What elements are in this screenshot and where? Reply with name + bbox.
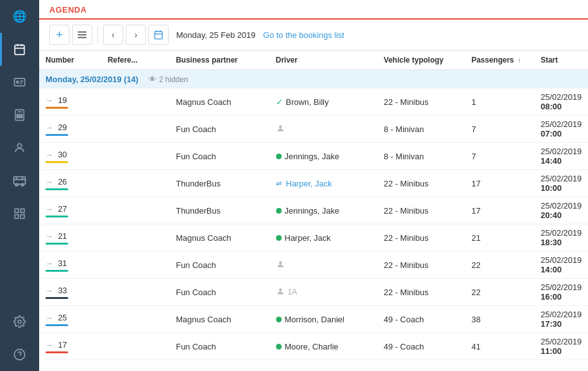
start-date: 25/02/2019 [541,283,582,292]
table-row[interactable]: → 17 Fun Coach Moore, Charlie 49 - Coach… [39,333,588,360]
agenda-tab[interactable]: AGENDA [49,0,87,20]
passengers-cell: 17 [465,170,534,197]
row-arrow-icon: → [45,286,53,295]
hidden-count: 2 hidden [159,75,188,84]
start-time: 08:00 [541,102,561,111]
table-row[interactable]: → 30 Fun Coach Jennings, Jake 8 - Miniva… [39,143,588,170]
prev-button[interactable]: ‹ [103,25,123,45]
vehicle-cell: 8 - Minivan [378,143,465,170]
id-card-icon[interactable] [0,66,39,99]
col-partner: Business partner [169,51,269,70]
svg-point-19 [16,184,18,186]
driver-status-dot [276,344,282,350]
driver-cell [276,124,371,135]
svg-point-38 [279,261,282,264]
start-date: 25/02/2019 [541,255,582,265]
partner-cell: Magnus Coach [169,88,269,116]
svg-rect-24 [21,209,25,213]
svg-rect-13 [17,117,18,118]
menu-button[interactable] [72,25,92,45]
reference-cell [101,143,169,170]
status-bar [45,161,68,163]
start-time: 10:00 [541,183,561,193]
person-icon [276,260,285,271]
partner-cell: Fun Coach [169,252,269,279]
col-passengers[interactable]: Passengers ↑ [465,51,534,70]
reference-cell [101,224,169,252]
svg-rect-31 [78,34,87,35]
table-row[interactable]: → 19 Magnus Coach ✓ Brown, Billy 22 - Mi… [39,88,588,116]
bookings-table: Number Refere... Business partner Driver… [39,51,588,360]
reference-cell [101,252,169,279]
start-date: 25/02/2019 [541,228,582,238]
driver-link[interactable]: Harper, Jack [286,179,332,188]
group-header-row: Monday, 25/02/2019 (14) 👁 2 hidden [39,70,588,89]
number-cell: → 30 [39,143,101,170]
driver-name: Morrison, Daniel [285,315,345,324]
start-cell: 25/02/2019 07:00 [534,116,588,143]
number-cell: → 26 [39,170,101,197]
eye-icon: 👁 [148,75,157,84]
table-row[interactable]: → 27 ThunderBus Jennings, Jake 22 - Mini… [39,197,588,224]
col-start: Start [534,51,588,70]
person-icon [276,287,285,298]
vehicle-cell: 22 - Minibus [378,224,465,252]
svg-rect-26 [21,215,25,219]
partner-cell: Fun Coach [169,279,269,306]
svg-point-39 [279,288,282,291]
driver-col: Harper, Jack [270,224,378,252]
driver-status-dot [276,154,282,159]
partner-cell: Magnus Coach [169,306,269,333]
start-cell: 25/02/2019 11:00 [534,333,588,360]
booking-number: 19 [58,95,67,105]
svg-rect-17 [14,177,25,185]
bookings-list-link[interactable]: Go to the bookings list [263,30,345,40]
svg-rect-23 [15,209,19,213]
status-bar [45,243,68,245]
bus-icon[interactable] [0,164,39,197]
start-cell: 25/02/2019 18:30 [534,224,588,252]
table-row[interactable]: → 26 ThunderBus ⇌ Harper, Jack 22 - Mini… [39,170,588,197]
number-cell: → 33 [39,279,101,306]
start-date: 25/02/2019 [541,174,582,183]
reference-cell [101,170,169,197]
help-icon[interactable] [0,338,39,371]
vehicle-cell: 49 - Coach [378,333,465,360]
booking-number: 29 [58,123,67,132]
table-row[interactable]: → 25 Magnus Coach Morrison, Daniel 49 - … [39,306,588,333]
driver-col: Morrison, Daniel [270,306,378,333]
start-date: 25/02/2019 [541,201,582,210]
driver-col: ⇌ Harper, Jack [270,170,378,197]
start-cell: 25/02/2019 16:00 [534,279,588,306]
settings-icon[interactable] [0,305,39,338]
passengers-cell: 7 [465,116,534,143]
person-icon[interactable] [0,131,39,164]
booking-number: 27 [58,204,67,214]
table-row[interactable]: → 31 Fun Coach 22 - Minibus 22 25/02/201… [39,252,588,279]
hidden-badge: 👁 2 hidden [148,75,188,84]
svg-rect-10 [17,114,18,116]
reference-cell [101,333,169,360]
table-row[interactable]: → 33 Fun Coach 1A 22 - Minibus 22 25/02/… [39,279,588,306]
add-button[interactable]: + [49,25,69,45]
calendar-picker-button[interactable] [148,25,169,45]
start-time: 17:30 [541,319,561,329]
start-date: 25/02/2019 [541,310,582,319]
svg-rect-11 [19,114,20,116]
table-row[interactable]: → 29 Fun Coach 8 - Minivan 7 25/02/2019 … [39,116,588,143]
calendar-icon[interactable] [0,33,39,66]
driver-cell [276,260,371,271]
vehicle-cell: 22 - Minibus [378,88,465,116]
number-cell: → 25 [39,306,101,333]
booking-number: 30 [58,150,67,159]
globe-icon[interactable]: 🌐 [0,0,39,33]
calculator-icon[interactable] [0,99,39,131]
grid-icon[interactable] [0,197,39,230]
table-row[interactable]: → 21 Magnus Coach Harper, Jack 22 - Mini… [39,224,588,252]
partner-cell: ThunderBus [169,197,269,224]
start-time: 11:00 [541,346,561,356]
passengers-cell: 17 [465,197,534,224]
start-cell: 25/02/2019 14:40 [534,143,588,170]
next-button[interactable]: › [126,25,146,45]
driver-col: 1A [270,279,378,306]
